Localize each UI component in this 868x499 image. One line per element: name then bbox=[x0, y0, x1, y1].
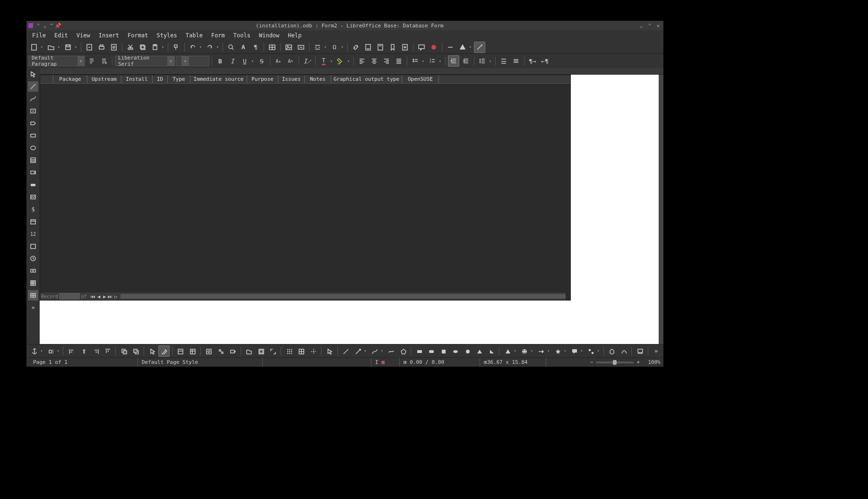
table-control-tool[interactable] bbox=[28, 290, 38, 301]
menu-styles[interactable]: Styles bbox=[153, 31, 180, 40]
rounded-rect-button[interactable] bbox=[426, 345, 437, 357]
new-button[interactable] bbox=[28, 42, 40, 53]
bullet-list-button[interactable] bbox=[410, 55, 421, 67]
insert-page-break-button[interactable] bbox=[312, 42, 323, 53]
insert-special-char-button[interactable]: Ω bbox=[329, 42, 340, 53]
right-triangle-button[interactable] bbox=[486, 345, 497, 357]
groupbox-tool[interactable] bbox=[28, 241, 38, 251]
more-tools-icon[interactable]: » bbox=[28, 302, 38, 313]
time-field-tool[interactable] bbox=[28, 253, 38, 264]
ellipse-button[interactable] bbox=[450, 345, 461, 357]
increase-indent-button[interactable] bbox=[448, 55, 459, 67]
last-record-button[interactable]: ⏭ bbox=[107, 294, 113, 299]
zoom-slider[interactable] bbox=[596, 361, 634, 363]
form-navigator[interactable] bbox=[203, 345, 214, 357]
save-button[interactable] bbox=[62, 42, 74, 53]
zoom-in-button[interactable]: + bbox=[636, 359, 640, 365]
listbox-tool[interactable] bbox=[28, 155, 38, 165]
date-field-tool[interactable] bbox=[28, 216, 38, 227]
insert-endnote-button[interactable] bbox=[375, 42, 386, 53]
update-style-button[interactable] bbox=[86, 55, 97, 67]
justify-button[interactable] bbox=[393, 55, 404, 67]
grid-col-install[interactable]: Install bbox=[121, 75, 153, 83]
menu-format[interactable]: Format bbox=[124, 31, 152, 40]
control-properties[interactable] bbox=[175, 345, 186, 357]
toggle-design-mode[interactable] bbox=[158, 345, 169, 357]
line-tool[interactable] bbox=[28, 81, 38, 92]
grid-col-purpose[interactable]: Purpose bbox=[247, 75, 278, 83]
pushbutton-tool[interactable] bbox=[28, 180, 38, 190]
grid-horizontal-scrollbar[interactable] bbox=[120, 294, 566, 299]
open-button[interactable] bbox=[45, 42, 57, 53]
rectangle-tool[interactable] bbox=[28, 130, 38, 141]
new-record-button[interactable]: ▷ bbox=[113, 294, 119, 299]
basic-shapes-menu[interactable] bbox=[502, 345, 513, 357]
decrease-para-spacing-button[interactable] bbox=[510, 55, 522, 67]
menu-form[interactable]: Form bbox=[207, 31, 229, 40]
open-design-mode[interactable] bbox=[243, 345, 254, 357]
align-center-button[interactable] bbox=[369, 55, 380, 67]
curve-tool[interactable] bbox=[28, 94, 38, 104]
formatted-field-tool[interactable]: $ bbox=[28, 204, 38, 215]
insert-bookmark-button[interactable] bbox=[387, 42, 398, 53]
send-to-back[interactable] bbox=[130, 345, 141, 357]
grid-col-upstream[interactable]: Upstream bbox=[87, 75, 121, 83]
grid-col-id[interactable]: ID bbox=[153, 75, 168, 83]
grid-col-immediate-source[interactable]: Immediate source bbox=[190, 75, 247, 83]
activation-order[interactable] bbox=[215, 345, 226, 357]
status-page-style[interactable]: Default Page Style bbox=[138, 358, 263, 367]
document-canvas[interactable]: Package Upstream Install ID Type Immedia… bbox=[40, 75, 663, 344]
zoom-percent[interactable]: 100% bbox=[640, 359, 661, 365]
form-table-control[interactable]: Package Upstream Install ID Type Immedia… bbox=[40, 75, 571, 301]
record-number-input[interactable] bbox=[59, 293, 80, 300]
increase-para-spacing-button[interactable] bbox=[498, 55, 509, 67]
grid-col-type[interactable]: Type bbox=[168, 75, 190, 83]
select-tool[interactable] bbox=[28, 69, 38, 79]
align-right-button[interactable] bbox=[381, 55, 392, 67]
anchor-button[interactable] bbox=[28, 345, 39, 357]
print-preview-button[interactable] bbox=[108, 42, 120, 53]
square-button[interactable] bbox=[438, 345, 448, 357]
cut-button[interactable] bbox=[125, 42, 136, 53]
circle-button[interactable] bbox=[462, 345, 473, 357]
pattern-field-tool[interactable] bbox=[28, 278, 38, 288]
flowchart-shapes-menu[interactable] bbox=[585, 345, 596, 357]
ltr-button[interactable]: ¶→ bbox=[527, 55, 538, 67]
triangle-button[interactable] bbox=[473, 345, 484, 357]
bring-to-front[interactable] bbox=[118, 345, 129, 357]
textbox-tool[interactable] bbox=[28, 106, 38, 116]
grid-col-graphical-output[interactable]: Graphical output type bbox=[331, 75, 402, 83]
ellipse-tool[interactable] bbox=[28, 143, 38, 153]
currency-field-tool[interactable] bbox=[28, 266, 38, 276]
zoom-out-button[interactable]: − bbox=[590, 359, 593, 365]
curve-button[interactable] bbox=[369, 345, 379, 357]
clone-formatting-button[interactable] bbox=[171, 42, 182, 53]
font-size-combo[interactable]: ▾ bbox=[176, 56, 209, 66]
align-objects-left[interactable] bbox=[66, 345, 77, 357]
pin-icon[interactable]: 📌 bbox=[55, 22, 61, 29]
paragraph-style-combo[interactable]: Default Paragrap▾ bbox=[28, 56, 85, 66]
insert-line-button[interactable] bbox=[445, 42, 456, 53]
italic-button[interactable]: I bbox=[227, 55, 238, 67]
redo-button[interactable] bbox=[204, 42, 215, 53]
snap-to-grid[interactable] bbox=[295, 345, 306, 357]
grid-col-selector[interactable] bbox=[40, 75, 53, 83]
maximize-icon[interactable]: ⌃ bbox=[646, 22, 653, 29]
menu-edit[interactable]: Edit bbox=[51, 31, 72, 40]
polygon-button[interactable] bbox=[397, 345, 408, 357]
rtl-button[interactable]: ←¶ bbox=[539, 55, 550, 67]
display-grid[interactable] bbox=[284, 345, 294, 357]
select-object[interactable] bbox=[146, 345, 157, 357]
star-shapes-menu[interactable] bbox=[552, 345, 563, 357]
menu-view[interactable]: View bbox=[73, 31, 94, 40]
rollup-down-icon[interactable]: ⌄ bbox=[42, 22, 48, 29]
basic-shapes-button[interactable] bbox=[457, 42, 468, 53]
close-icon[interactable]: ✕ bbox=[655, 22, 662, 29]
grid-col-package[interactable]: Package bbox=[53, 75, 87, 83]
position-size[interactable] bbox=[267, 345, 278, 357]
minimize-icon[interactable]: ⌄ bbox=[638, 22, 645, 29]
caret-up-icon[interactable]: ^ bbox=[48, 22, 55, 29]
select-tool-2[interactable] bbox=[324, 345, 335, 357]
align-objects-center[interactable] bbox=[78, 345, 89, 357]
formatting-marks-button[interactable]: ¶ bbox=[250, 42, 261, 53]
